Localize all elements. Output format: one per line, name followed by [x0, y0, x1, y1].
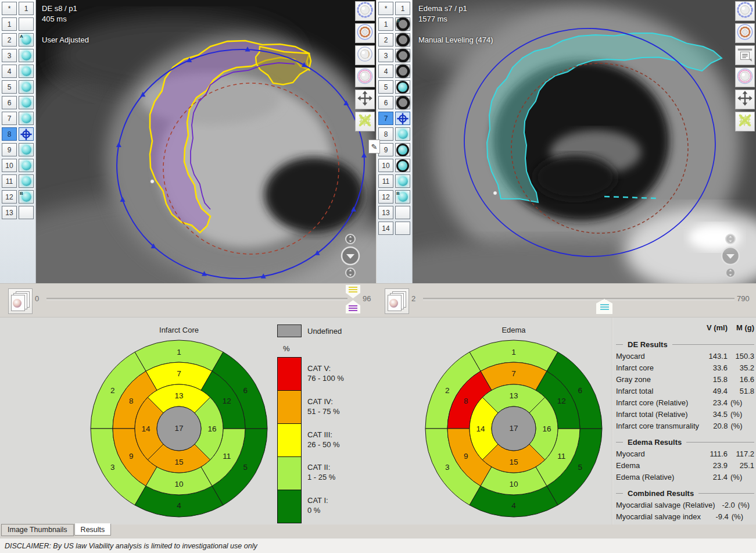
slice-status-3[interactable]	[395, 49, 410, 62]
level-handle[interactable]	[596, 299, 612, 314]
slice-number-6[interactable]: 6	[2, 96, 17, 109]
sphere-dotted-orange-tool-button[interactable]	[735, 23, 755, 43]
lower-threshold-handle[interactable]	[346, 300, 360, 313]
sphere-pink-ring-tool-button[interactable]	[735, 67, 755, 87]
segment-label-16: 16	[207, 424, 216, 433]
slice-number-1[interactable]: 1	[378, 17, 393, 31]
slice-list-right: *11A23456789101112B1314	[377, 0, 413, 283]
scroll-down-button[interactable]	[345, 267, 356, 279]
pan-arrows-tool-button[interactable]	[735, 90, 755, 109]
edema-image-viewport[interactable]: Edema s7 / p1 1577 ms Manual Leveling (4…	[413, 0, 756, 283]
slice-status-1[interactable]	[19, 17, 34, 31]
tab-results[interactable]: Results	[74, 523, 112, 536]
slice-down-button[interactable]	[340, 245, 361, 266]
slice-number-9[interactable]: 9	[2, 143, 17, 156]
slice-number-10[interactable]: 10	[378, 159, 393, 172]
slice-status-4[interactable]	[19, 65, 34, 78]
slice-status-14[interactable]	[395, 222, 410, 235]
sphere-dotted-blue-tool-button[interactable]	[735, 1, 755, 21]
sphere-dotted-orange-tool-button[interactable]	[355, 23, 375, 43]
mesh-disabled-tool-button[interactable]	[355, 112, 375, 131]
leveling-tool-button[interactable]	[735, 45, 755, 65]
slice-status-13[interactable]	[19, 206, 34, 219]
slice-status-11[interactable]	[395, 174, 410, 188]
slice-status-7[interactable]	[395, 112, 410, 125]
slice-status-9[interactable]	[19, 143, 34, 156]
result-unit: (%)	[728, 410, 754, 419]
slice-number-14[interactable]: 14	[378, 222, 393, 235]
result-value-mass: 16.6	[728, 375, 754, 384]
slice-status-4[interactable]	[395, 65, 410, 78]
mesh-disabled-tool-button[interactable]	[735, 112, 755, 131]
slice-status-9[interactable]	[395, 143, 410, 156]
scroll-down-button[interactable]	[725, 267, 736, 279]
slice-number-7[interactable]: 7	[378, 112, 393, 125]
legend-color-III	[278, 424, 301, 457]
pan-arrows-tool-button[interactable]	[355, 90, 375, 109]
segment-label-15: 15	[509, 458, 518, 466]
slice-status-10[interactable]	[395, 159, 410, 172]
slice-status-2[interactable]	[395, 33, 410, 47]
slice-number-12[interactable]: 12	[2, 190, 17, 204]
slice-status-11[interactable]	[19, 174, 34, 188]
image-stack-button-right[interactable]	[385, 288, 409, 314]
series-label: DE s8 / p1	[42, 3, 89, 14]
slice-status-8[interactable]	[19, 127, 34, 141]
zoom-control	[720, 233, 741, 279]
slice-status-6[interactable]	[19, 96, 34, 109]
segment-label-9: 9	[129, 452, 134, 461]
slice-number-9[interactable]: 9	[378, 143, 393, 156]
slice-number-8[interactable]: 8	[378, 127, 393, 141]
upper-threshold-handle[interactable]	[346, 285, 360, 298]
slice-number-5[interactable]: 5	[2, 80, 17, 94]
slice-number-7[interactable]: 7	[2, 112, 17, 125]
slice-number-8[interactable]: 8	[2, 127, 17, 141]
slice-status-7[interactable]	[19, 112, 34, 125]
slice-number-11[interactable]: 11	[2, 174, 17, 188]
slice-status-6[interactable]	[395, 96, 410, 109]
slice-number-6[interactable]: 6	[378, 96, 393, 109]
level-slider-right[interactable]	[423, 298, 734, 300]
image-stack-button-left[interactable]	[8, 288, 33, 314]
slice-number-5[interactable]: 5	[378, 80, 393, 94]
slice-number-3[interactable]: 3	[2, 49, 17, 62]
slice-list-star-header[interactable]: *	[378, 2, 393, 15]
slice-down-button[interactable]	[720, 245, 741, 266]
draw-pencil-icon[interactable]: ✎	[368, 140, 380, 154]
slice-number-2[interactable]: 2	[378, 33, 393, 47]
slice-number-3[interactable]: 3	[378, 49, 393, 62]
slice-list-star-header[interactable]: *	[2, 2, 17, 15]
slice-status-5[interactable]	[19, 80, 34, 94]
slice-number-4[interactable]: 4	[378, 65, 393, 78]
slice-status-3[interactable]	[19, 49, 34, 62]
slice-status-13[interactable]	[395, 206, 410, 219]
segment-label-3: 3	[110, 463, 115, 472]
sphere-dotted-blue-tool-button[interactable]	[355, 1, 375, 21]
result-row: Edema (Relative)21.4(%)	[616, 471, 754, 483]
slice-number-11[interactable]: 11	[378, 174, 393, 188]
slice-status-5[interactable]	[395, 80, 410, 94]
slice-number-10[interactable]: 10	[2, 159, 17, 172]
de-image-viewport[interactable]: DE s8 / p1 405 ms User Adjusted ✎	[36, 0, 376, 283]
slice-status-2[interactable]: A	[19, 33, 34, 47]
scroll-up-down-button[interactable]	[725, 233, 736, 245]
sphere-crescent-icon	[356, 45, 374, 65]
slice-status-10[interactable]	[19, 159, 34, 172]
scroll-up-down-button[interactable]	[345, 233, 356, 245]
sphere-pink-ring-tool-button[interactable]	[355, 67, 375, 87]
tab-image-thumbnails[interactable]: Image Thumbnails	[1, 524, 74, 536]
slice-number-2[interactable]: 2	[2, 33, 17, 47]
slice-number-4[interactable]: 4	[2, 65, 17, 78]
slice-number-13[interactable]: 13	[378, 206, 393, 219]
sphere-crescent-tool-button[interactable]	[355, 45, 375, 65]
slice-list-phase-header[interactable]: 1	[19, 2, 34, 15]
slice-number-13[interactable]: 13	[2, 206, 17, 219]
slice-number-12[interactable]: 12	[378, 190, 393, 204]
slice-status-12[interactable]: B	[395, 190, 410, 204]
slice-status-8[interactable]	[395, 127, 410, 141]
slice-list-phase-header[interactable]: 1	[395, 2, 410, 15]
slice-status-12[interactable]: B	[19, 190, 34, 204]
slice-status-1[interactable]: A	[395, 17, 410, 31]
threshold-slider-left[interactable]	[46, 298, 347, 300]
slice-number-1[interactable]: 1	[2, 17, 17, 31]
